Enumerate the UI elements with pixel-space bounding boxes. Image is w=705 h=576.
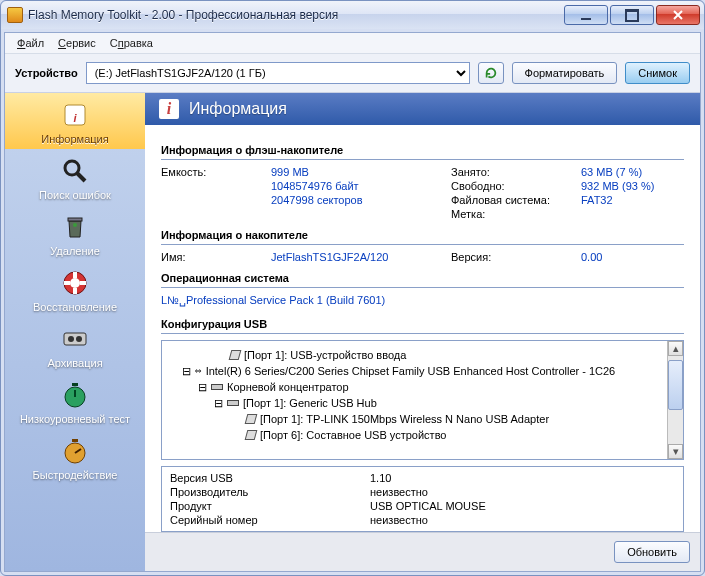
menu-service[interactable]: Сервис [52,35,102,51]
section-flashinfo: Информация о флэш-накопителе [161,141,684,160]
sidebar-item-restore[interactable]: Восстановление [5,261,145,317]
svg-point-10 [76,336,82,342]
header-title: Информация [189,100,287,118]
used-value: 63 MB (7 %) [581,166,700,178]
sidebar-item-label: Архивация [47,357,102,369]
tree-scrollbar[interactable]: ▴ ▾ [667,341,683,459]
sidebar-item-archive[interactable]: Архивация [5,317,145,373]
used-label: Занято: [451,166,581,178]
usbver-label: Версия USB [170,472,370,484]
collapse-icon[interactable]: ⊟ [198,379,207,395]
volume-label-label: Метка: [451,208,581,220]
tree-node: [Порт 6]: Составное USB устройство [260,427,446,443]
sidebar-item-label: Удаление [50,245,100,257]
app-icon [7,7,23,23]
update-button[interactable]: Обновить [614,541,690,563]
collapse-icon[interactable]: ⊟ [182,363,191,379]
usb-icon [227,400,239,406]
magnifier-icon [59,155,91,187]
svg-rect-4 [68,218,82,221]
vendor-value: неизвестно [370,486,675,498]
section-driveinfo: Информация о накопителе [161,226,684,245]
window-title: Flash Memory Toolkit - 2.00 - Профессион… [28,8,562,22]
drive-ver-value: 0.00 [581,251,700,263]
drive-grid: Имя: JetFlashTS1GJF2A/120 Версия: 0.00 [161,251,684,263]
tape-icon [59,323,91,355]
drive-name-value: JetFlashTS1GJF2A/120 [271,251,451,263]
section-usbconf: Конфигурация USB [161,315,684,334]
menu-help[interactable]: Справка [104,35,159,51]
content-header: i Информация [145,93,700,125]
drive-name-label: Имя: [161,251,271,263]
tree-node: [Порт 1]: Generic USB Hub [243,395,377,411]
sidebar-item-info[interactable]: i Информация [5,93,145,149]
fs-value: FAT32 [581,194,700,206]
drive-ver-label: Версия: [451,251,581,263]
snapshot-button[interactable]: Снимок [625,62,690,84]
section-os: Операционная система [161,269,684,288]
scroll-up-icon[interactable]: ▴ [668,341,683,356]
usb-tree-panel: [Порт 1]: USB-устройство ввода ⊟ ⇔ Intel… [161,340,684,460]
capacity-label: Емкость: [161,166,271,178]
svg-rect-8 [64,333,86,345]
refresh-device-button[interactable] [478,62,504,84]
scroll-down-icon[interactable]: ▾ [668,444,683,459]
tree-node: [Порт 1]: TP-LINK 150Mbps Wireless N Nan… [260,411,549,427]
sectors-value: 2047998 секторов [271,194,451,206]
svg-line-3 [77,173,85,181]
svg-point-7 [70,278,80,288]
sidebar-item-label: Поиск ошибок [39,189,111,201]
menubar: Файл Сервис Справка [5,33,700,54]
sidebar-item-delete[interactable]: Удаление [5,205,145,261]
svg-point-5 [73,223,77,227]
serial-value: неизвестно [370,514,675,526]
tree-node: [Порт 1]: USB-устройство ввода [244,347,406,363]
sidebar-item-errors[interactable]: Поиск ошибок [5,149,145,205]
titlebar: Flash Memory Toolkit - 2.00 - Профессион… [1,1,704,29]
sidebar-item-label: Низкоуровневый тест [20,413,130,425]
svg-rect-13 [72,383,78,386]
header-info-icon: i [159,99,179,119]
lifebuoy-icon [59,267,91,299]
minimize-button[interactable] [564,5,608,25]
svg-point-9 [68,336,74,342]
fs-label: Файловая система: [451,194,581,206]
sidebar-item-lowlevel[interactable]: Низкоуровневый тест [5,373,145,429]
os-value: L№␣Professional Service Pack 1 (Build 76… [161,294,684,309]
usb-tree[interactable]: [Порт 1]: USB-устройство ввода ⊟ ⇔ Intel… [164,343,681,447]
sidebar-item-label: Быстродействие [33,469,118,481]
scroll-thumb[interactable] [668,360,683,410]
menu-file[interactable]: Файл [11,35,50,51]
svg-point-2 [65,161,79,175]
close-button[interactable] [656,5,700,25]
sidebar-item-label: Информация [41,133,108,145]
vendor-label: Производитель [170,486,370,498]
stopwatch-icon [59,435,91,467]
client-area: Файл Сервис Справка Устройство (E:) JetF… [4,32,701,572]
device-icon [245,430,258,440]
flash-grid: Емкость: 999 MB Занято: 63 MB (7 %) 1048… [161,166,684,220]
svg-rect-16 [72,439,78,442]
content-body: Информация о флэш-накопителе Емкость: 99… [145,125,700,532]
device-icon [245,414,258,424]
product-value: USB OPTICAL MOUSE [370,500,675,512]
device-icon [229,350,242,360]
window-buttons [562,5,700,25]
stopwatch-icon [59,379,91,411]
maximize-button[interactable] [610,5,654,25]
device-select[interactable]: (E:) JetFlashTS1GJF2A/120 (1 ГБ) [86,62,470,84]
free-label: Свободно: [451,180,581,192]
capacity-value: 999 MB [271,166,451,178]
usb-info-panel: Версия USB1.10 Производительнеизвестно П… [161,466,684,532]
usbver-value: 1.10 [370,472,675,484]
volume-label-value [581,208,700,220]
main-area: i Информация Поиск ошибок Удаление Восст… [5,93,700,571]
tree-node: Intel(R) 6 Series/C200 Series Chipset Fa… [206,363,616,379]
sidebar: i Информация Поиск ошибок Удаление Восст… [5,93,145,571]
format-button[interactable]: Форматировать [512,62,618,84]
collapse-icon[interactable]: ⊟ [214,395,223,411]
sidebar-item-benchmark[interactable]: Быстродействие [5,429,145,485]
bytes-value: 1048574976 байт [271,180,451,192]
refresh-icon [484,66,498,80]
product-label: Продукт [170,500,370,512]
